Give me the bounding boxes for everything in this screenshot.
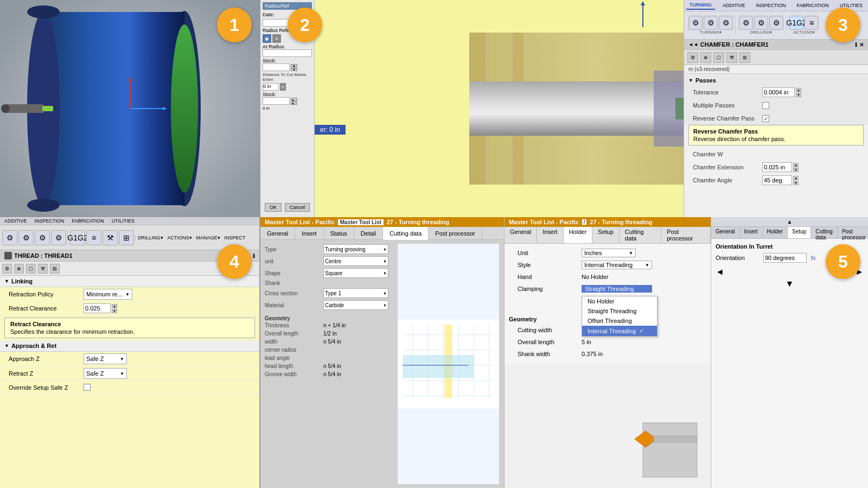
- drilling-icon-3[interactable]: ⚙: [769, 16, 783, 30]
- drilling-icon-2[interactable]: ⚙: [754, 16, 768, 30]
- ribbon-fabrication-tab[interactable]: FABRICATION: [794, 2, 832, 9]
- dropdown-straight[interactable]: Straight Threading: [582, 306, 657, 316]
- chamfer-icon-5[interactable]: ⊞: [739, 52, 750, 63]
- retraction-policy-select[interactable]: Minimum re...: [84, 289, 132, 300]
- tab-general[interactable]: General: [260, 227, 295, 239]
- tab-insert[interactable]: Insert: [295, 227, 324, 239]
- material-dropdown[interactable]: Carbide: [323, 300, 388, 310]
- orient-tab-setup[interactable]: Setup: [788, 227, 811, 238]
- p4-icon-6[interactable]: ≡: [86, 230, 101, 245]
- style-select[interactable]: Internal Threading ▼: [582, 261, 652, 269]
- retract-z-select[interactable]: Safe Z: [84, 368, 127, 379]
- fx-button[interactable]: fx: [811, 255, 816, 261]
- inner-tab-post[interactable]: Post processor: [661, 227, 711, 243]
- type-dropdown[interactable]: Turning grooving: [323, 244, 388, 254]
- chamfer-ext-spinners[interactable]: ▲ ▼: [793, 163, 799, 172]
- chamfer-angle-input[interactable]: [762, 175, 792, 185]
- dist-input[interactable]: 0 in: [263, 83, 279, 91]
- manage-menu[interactable]: MANAGE▾: [196, 235, 220, 240]
- cancel-button[interactable]: Cancel: [285, 203, 310, 212]
- inner-tab-cutting[interactable]: Cutting data: [620, 227, 661, 243]
- orient-tab-post[interactable]: Post processor: [838, 227, 868, 238]
- inspection-tab[interactable]: INSPECTION: [33, 218, 67, 224]
- p4-icon-4[interactable]: ⚙: [51, 230, 66, 245]
- chamfer-icon-2[interactable]: ⊕: [700, 52, 711, 63]
- g1g2-icon[interactable]: G1G2: [789, 16, 803, 30]
- stock2-input[interactable]: [263, 97, 290, 105]
- chamfer-angle-spinners[interactable]: ▲ ▼: [793, 176, 799, 185]
- thread-sub-icon-3[interactable]: ⬡: [26, 264, 36, 274]
- inner-tab-insert[interactable]: Insert: [537, 227, 564, 243]
- ribbon-turning-tab[interactable]: TURNING: [686, 1, 715, 10]
- tolerance-input[interactable]: [762, 87, 795, 97]
- override-safe-checkbox[interactable]: [84, 384, 91, 391]
- p4-icon-1[interactable]: ⚙: [2, 230, 17, 245]
- retract-clearance-spinners[interactable]: ▲ ▼: [112, 304, 117, 313]
- thread-sub-icon-1[interactable]: ⚙: [2, 264, 12, 274]
- p4-icon-8[interactable]: ⊞: [119, 230, 134, 245]
- unit-select[interactable]: Inches ▼: [582, 249, 636, 257]
- ok-button[interactable]: OK: [265, 203, 282, 212]
- orient-tab-general[interactable]: General: [711, 227, 740, 238]
- chamfer-info-icon[interactable]: ℹ: [855, 42, 857, 48]
- dropdown-internal[interactable]: Internal Threading ✓: [582, 326, 657, 336]
- radius-btn-2[interactable]: ✕: [272, 34, 281, 43]
- tab-status[interactable]: Status: [324, 227, 354, 239]
- dropdown-offset[interactable]: Offset Threading: [582, 316, 657, 326]
- inner-tab-general[interactable]: General: [505, 227, 537, 243]
- stock2-spinners[interactable]: ▲ ▼: [291, 98, 297, 105]
- inspect-menu[interactable]: INSPECT: [225, 235, 246, 240]
- drilling-menu[interactable]: DRILLING▾: [138, 235, 163, 240]
- at-radius-input[interactable]: [263, 49, 312, 57]
- turning-icon-2[interactable]: ⚙: [704, 16, 718, 30]
- tolerance-spinners[interactable]: ▲ ▼: [796, 88, 801, 97]
- approach-z-select[interactable]: Safe Z: [84, 353, 127, 364]
- actions-menu[interactable]: ACTIONS▾: [168, 235, 192, 240]
- utilities-tab[interactable]: UTILITIES: [110, 218, 137, 224]
- p4-icon-3[interactable]: ⚙: [35, 230, 50, 245]
- p4-icon-5[interactable]: G1G2: [70, 230, 85, 245]
- thread-sub-icon-5[interactable]: ⊞: [50, 264, 60, 274]
- p4-icon-2[interactable]: ⚙: [18, 230, 34, 245]
- orientation-input[interactable]: [763, 253, 807, 263]
- turning-icon-3[interactable]: ⚙: [719, 16, 733, 30]
- p4-icon-7[interactable]: ⚒: [103, 230, 118, 245]
- orient-tab-holder[interactable]: Holder: [763, 227, 788, 238]
- chamfer-icon-3[interactable]: ⬡: [713, 52, 724, 63]
- tab-cutting-data[interactable]: Cutting data: [383, 227, 429, 240]
- chamfer-icon-1[interactable]: ⚙: [687, 52, 698, 63]
- ribbon-inspection-tab[interactable]: INSPECTION: [753, 2, 789, 9]
- ribbon-additive-tab[interactable]: ADDITIVE: [719, 2, 749, 9]
- tab-detail[interactable]: Detail: [354, 227, 383, 239]
- nav-left-arrow[interactable]: ◄: [716, 267, 724, 277]
- shape-dropdown[interactable]: Square: [323, 268, 388, 278]
- turning-icon-1[interactable]: ⚙: [688, 16, 703, 30]
- additive-tab[interactable]: ADDITIVE: [2, 218, 29, 224]
- fabrication-tab[interactable]: FABRICATION: [70, 218, 106, 224]
- tab-post-proc[interactable]: Post processor: [429, 227, 482, 239]
- dropdown-no-holder[interactable]: No Holder: [582, 296, 657, 306]
- unit-dropdown[interactable]: Centre: [323, 256, 388, 266]
- thread-sub-icon-4[interactable]: ⚒: [38, 264, 48, 274]
- reverse-chamfer-checkbox[interactable]: [762, 115, 769, 122]
- stock-input[interactable]: [263, 64, 290, 71]
- drilling-icon-1[interactable]: ⚙: [739, 16, 753, 30]
- linking-header[interactable]: Linking: [0, 276, 259, 287]
- actions-icon-2[interactable]: ≡: [805, 16, 819, 30]
- thread-sub-icon-2[interactable]: ⊕: [14, 264, 24, 274]
- inner-tab-holder[interactable]: Holder: [564, 227, 592, 243]
- stock-spinners[interactable]: ▲ ▼: [291, 64, 297, 71]
- inner-tab-setup[interactable]: Setup: [592, 227, 620, 243]
- chamfer-ext-input[interactable]: [762, 162, 792, 172]
- retract-clearance-input[interactable]: [84, 303, 111, 313]
- clamping-select[interactable]: Straight Threading: [582, 285, 652, 293]
- radius-btn-1[interactable]: ▣: [263, 34, 271, 43]
- orient-tab-cutting[interactable]: Cutting data: [811, 227, 838, 238]
- chamfer-icon-4[interactable]: ⚒: [726, 52, 737, 63]
- multiple-passes-checkbox[interactable]: [762, 102, 769, 109]
- orient-tab-insert[interactable]: Insert: [740, 227, 763, 238]
- nav-down[interactable]: ▼: [786, 279, 794, 289]
- thread-info-icon[interactable]: ℹ: [253, 253, 255, 259]
- cross-section-dropdown[interactable]: Type 1: [323, 288, 388, 298]
- approach-header[interactable]: Approach & Ret: [0, 340, 259, 352]
